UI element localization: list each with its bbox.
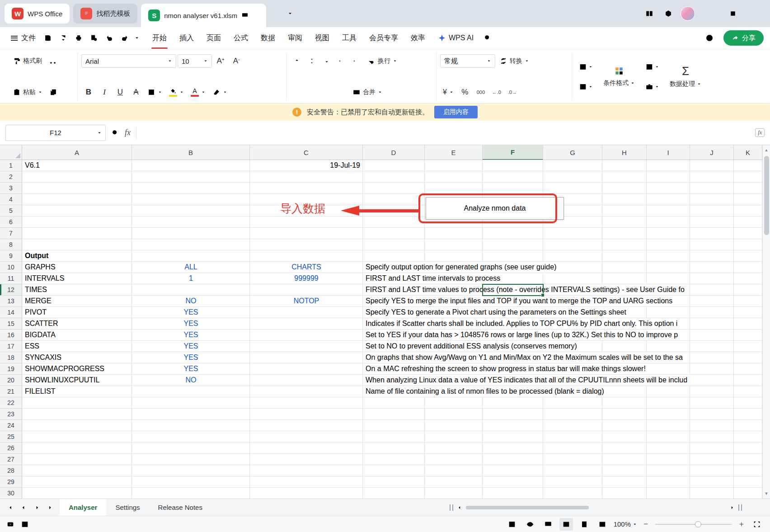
page-break-view-button[interactable] [596, 518, 609, 531]
cell-G7[interactable] [543, 228, 602, 239]
cell-E29[interactable] [425, 476, 483, 488]
cell-K13[interactable] [734, 296, 762, 307]
cell-D3[interactable] [363, 183, 425, 194]
cell-B30[interactable] [132, 488, 250, 499]
cell-K21[interactable] [734, 386, 762, 397]
menu-tab-member[interactable]: 会员专享 [363, 27, 404, 49]
cell-I11[interactable] [647, 273, 690, 284]
scroll-down-icon[interactable]: ▼ [763, 491, 770, 496]
cell-J18[interactable] [690, 352, 734, 363]
cell-C9[interactable] [250, 250, 363, 262]
cell-J14[interactable] [690, 307, 734, 318]
cell-K20[interactable] [734, 375, 762, 386]
column-header-E[interactable]: E [425, 145, 483, 160]
cell-J15[interactable] [690, 318, 734, 330]
cell-E22[interactable] [425, 397, 483, 409]
cell-J3[interactable] [690, 183, 734, 194]
enable-content-button[interactable]: 启用内容 [434, 106, 478, 118]
cell-I24[interactable] [647, 420, 690, 431]
cell-I2[interactable] [647, 171, 690, 183]
row-header-25[interactable]: 25 [0, 431, 22, 443]
cell-F7[interactable] [483, 228, 543, 239]
cell-J5[interactable] [690, 205, 734, 217]
cell-H29[interactable] [602, 476, 647, 488]
cell-I21[interactable] [647, 386, 690, 397]
cell-K6[interactable] [734, 217, 762, 228]
cell-G25[interactable] [543, 431, 602, 443]
cell-B7[interactable] [132, 228, 250, 239]
cell-K28[interactable] [734, 465, 762, 476]
row-header-10[interactable]: 10 [0, 262, 22, 273]
last-sheet-button[interactable] [44, 501, 57, 514]
cell-B26[interactable] [132, 443, 250, 454]
quick-toolbar-dropdown[interactable] [132, 30, 141, 46]
cell-G9[interactable] [543, 250, 602, 262]
cell-J30[interactable] [690, 488, 734, 499]
user-avatar[interactable] [681, 6, 695, 21]
cell-I25[interactable] [647, 431, 690, 443]
cell-J19[interactable] [690, 363, 734, 375]
cell-C21[interactable] [250, 386, 363, 397]
justify-button[interactable] [335, 85, 348, 99]
cell-H4[interactable] [602, 194, 647, 205]
cell-C12[interactable] [250, 284, 363, 296]
row-header-28[interactable]: 28 [0, 465, 22, 476]
increase-indent-button[interactable] [350, 54, 363, 68]
cell-K8[interactable] [734, 239, 762, 250]
cell-F28[interactable] [483, 465, 543, 476]
cell-G27[interactable] [543, 454, 602, 465]
cell-A3[interactable] [22, 183, 132, 194]
cell-I4[interactable] [647, 194, 690, 205]
cell-G26[interactable] [543, 443, 602, 454]
cut-button[interactable] [46, 54, 60, 68]
cell-C5[interactable] [250, 205, 363, 217]
underline-button[interactable]: U [113, 85, 127, 99]
cell-E26[interactable] [425, 443, 483, 454]
number-format-select[interactable]: 常规 [440, 54, 495, 68]
cell-I8[interactable] [647, 239, 690, 250]
cell-E9[interactable] [425, 250, 483, 262]
cell-I1[interactable] [647, 160, 690, 171]
cell-A8[interactable] [22, 239, 132, 250]
formula-input[interactable] [142, 125, 750, 141]
cell-J12[interactable] [690, 284, 734, 296]
cell-B23[interactable] [132, 409, 250, 420]
cell-A30[interactable] [22, 488, 132, 499]
cell-B6[interactable] [132, 217, 250, 228]
cell-D23[interactable] [363, 409, 425, 420]
cell-B12[interactable] [132, 284, 250, 296]
convert-button[interactable]: 转换 [497, 54, 532, 68]
align-top-button[interactable] [290, 54, 304, 68]
align-left-button[interactable] [290, 85, 304, 99]
menu-tab-tools[interactable]: 工具 [336, 27, 363, 49]
cell-K23[interactable] [734, 409, 762, 420]
menu-tab-wps-ai[interactable]: WPS AI [432, 27, 480, 49]
decrease-indent-button[interactable] [335, 54, 348, 68]
normal-view-button[interactable] [559, 518, 573, 531]
vertical-scrollbar[interactable]: ▲ ▼ [762, 145, 770, 499]
cell-G11[interactable] [543, 273, 602, 284]
cell-K24[interactable] [734, 420, 762, 431]
cell-D29[interactable] [363, 476, 425, 488]
horizontal-scrollbar[interactable] [450, 499, 742, 516]
cell-D28[interactable] [363, 465, 425, 476]
cell-I28[interactable] [647, 465, 690, 476]
cell-I3[interactable] [647, 183, 690, 194]
data-processing-button[interactable]: Σ 数据处理 [664, 65, 707, 88]
cell-E30[interactable] [425, 488, 483, 499]
conditional-format-button[interactable]: 条件格式 [598, 66, 640, 87]
row-header-8[interactable]: 8 [0, 239, 22, 250]
row-header-26[interactable]: 26 [0, 443, 22, 454]
print-button[interactable] [71, 30, 86, 46]
cell-F25[interactable] [483, 431, 543, 443]
cell-I29[interactable] [647, 476, 690, 488]
align-right-button[interactable] [320, 85, 333, 99]
cell-C3[interactable] [250, 183, 363, 194]
row-header-17[interactable]: 17 [0, 341, 22, 352]
cell-E24[interactable] [425, 420, 483, 431]
cell-C15[interactable] [250, 318, 363, 330]
cell-K11[interactable] [734, 273, 762, 284]
cell-H5[interactable] [602, 205, 647, 217]
cell-J11[interactable] [690, 273, 734, 284]
minimize-button[interactable] [700, 5, 718, 23]
